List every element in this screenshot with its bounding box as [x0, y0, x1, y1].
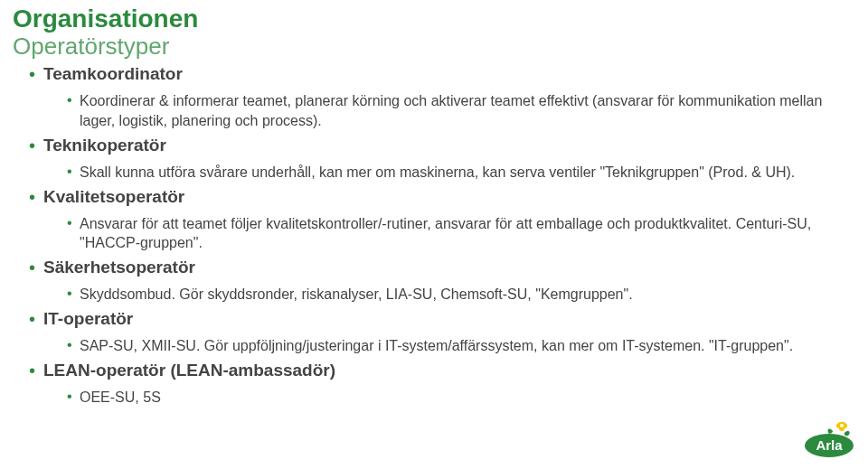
arla-logo-icon: Arla	[803, 422, 855, 458]
role-item: Kvalitetsoperatör Ansvarar för att teame…	[29, 187, 855, 252]
page-title: Organisationen	[13, 5, 855, 33]
role-name: Kvalitetsoperatör	[43, 187, 184, 206]
role-name: IT-operatör	[43, 309, 133, 328]
svg-point-4	[840, 424, 844, 427]
role-desc-list: Ansvarar för att teamet följer kvalitets…	[43, 214, 855, 252]
role-desc-list: OEE-SU, 5S	[43, 388, 855, 407]
role-item: LEAN-operatör (LEAN-ambassadör) OEE-SU, …	[29, 361, 855, 407]
page-subtitle: Operatörstyper	[13, 33, 855, 60]
role-desc: OEE-SU, 5S	[67, 388, 855, 407]
role-desc-list: Skyddsombud. Gör skyddsronder, riskanaly…	[43, 285, 855, 304]
brand-name-text: Arla	[816, 437, 843, 453]
role-desc-list: Koordinerar & informerar teamet, planera…	[43, 91, 855, 129]
role-name: Teknikoperatör	[43, 136, 166, 155]
role-name: Säkerhetsoperatör	[43, 258, 195, 277]
role-desc: Skyddsombud. Gör skyddsronder, riskanaly…	[67, 285, 855, 304]
role-item: Teknikoperatör Skall kunna utföra svårar…	[29, 136, 855, 182]
roles-list: Teamkoordinator Koordinerar & informerar…	[13, 64, 855, 407]
role-desc: SAP-SU, XMII-SU. Gör uppföljning/justeri…	[67, 336, 855, 355]
slide: Organisationen Operatörstyper Teamkoordi…	[0, 0, 868, 419]
role-desc: Skall kunna utföra svårare underhåll, ka…	[67, 163, 855, 182]
role-item: Teamkoordinator Koordinerar & informerar…	[29, 64, 855, 129]
role-name: LEAN-operatör (LEAN-ambassadör)	[43, 361, 335, 380]
brand-logo: Arla	[803, 422, 855, 462]
role-desc-list: Skall kunna utföra svårare underhåll, ka…	[43, 163, 855, 182]
role-item: Säkerhetsoperatör Skyddsombud. Gör skydd…	[29, 258, 855, 304]
role-name: Teamkoordinator	[43, 64, 183, 83]
role-desc: Koordinerar & informerar teamet, planera…	[67, 91, 855, 129]
role-item: IT-operatör SAP-SU, XMII-SU. Gör uppfölj…	[29, 309, 855, 355]
role-desc-list: SAP-SU, XMII-SU. Gör uppföljning/justeri…	[43, 336, 855, 355]
role-desc: Ansvarar för att teamet följer kvalitets…	[67, 214, 855, 252]
